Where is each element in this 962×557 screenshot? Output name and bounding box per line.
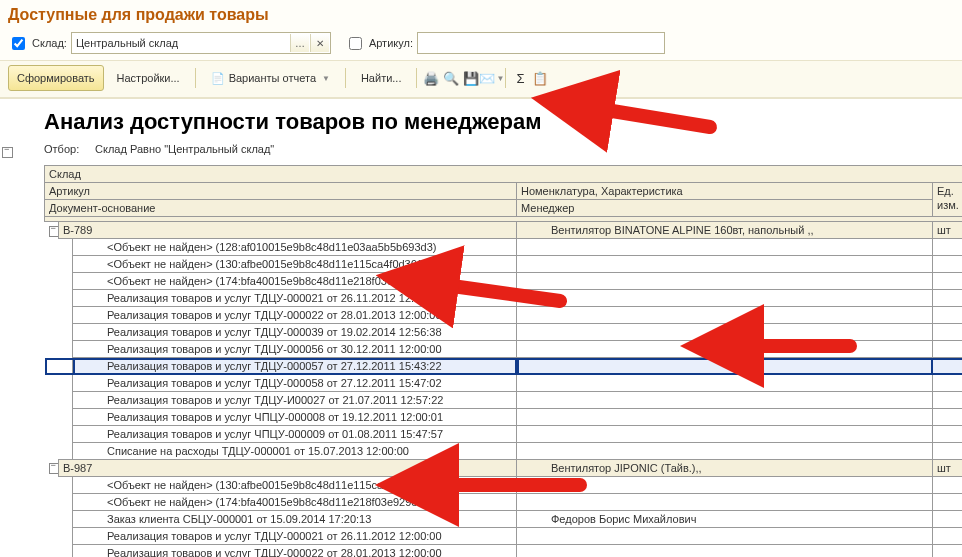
- cell-doc: Реализация товаров и услуг ТДЦУ-000021 о…: [73, 528, 517, 545]
- cell-manager: Федоров Борис Михайлович: [517, 511, 933, 528]
- document-row[interactable]: Реализация товаров и услуг ТДЦУ-000022 о…: [45, 545, 963, 558]
- cell-doc: Реализация товаров и услуг ЧПЦУ-000008 о…: [73, 409, 517, 426]
- cell-manager: [517, 409, 933, 426]
- cell-doc: Реализация товаров и услуг ТДЦУ-000039 о…: [73, 324, 517, 341]
- cell-manager: [517, 273, 933, 290]
- group-ed: шт: [933, 460, 963, 477]
- col-sklad: Склад: [45, 166, 963, 183]
- group-article[interactable]: В-987: [59, 460, 517, 477]
- cell-doc: <Объект не найден> (130:afbe0015e9b8c48d…: [73, 256, 517, 273]
- sklad-checkbox[interactable]: [12, 37, 25, 50]
- outline-collapse-root[interactable]: [2, 147, 13, 158]
- document-row[interactable]: Списание на расходы ТДЦУ-000001 от 15.07…: [45, 443, 963, 460]
- cell-doc: <Объект не найден> (174:bfa40015e9b8c48d…: [73, 494, 517, 511]
- print-icon[interactable]: 🖨️: [423, 70, 439, 86]
- art-checkbox[interactable]: [349, 37, 362, 50]
- page-title: Доступные для продажи товары: [0, 0, 962, 28]
- group-nomen: Вентилятор BINATONE ALPINE 160вт, наполь…: [517, 222, 933, 239]
- cell-doc: <Объект не найден> (130:afbe0015e9b8c48d…: [73, 477, 517, 494]
- find-button[interactable]: Найти...: [352, 65, 411, 91]
- document-row[interactable]: Реализация товаров и услуг ЧПЦУ-000008 о…: [45, 409, 963, 426]
- cell-doc: Реализация товаров и услуг ТДЦУ-000058 о…: [73, 375, 517, 392]
- cell-manager: [517, 307, 933, 324]
- col-doc: Документ-основание: [45, 200, 517, 217]
- cell-manager: [517, 358, 933, 375]
- form-button[interactable]: Сформировать: [8, 65, 104, 91]
- document-row[interactable]: Реализация товаров и услуг ТДЦУ-И00027 о…: [45, 392, 963, 409]
- copy-icon[interactable]: 📋: [532, 70, 548, 86]
- document-row[interactable]: <Объект не найден> (128:af010015e9b8c48d…: [45, 239, 963, 256]
- document-row[interactable]: Реализация товаров и услуг ТДЦУ-000021 о…: [45, 290, 963, 307]
- group-ed: шт: [933, 222, 963, 239]
- report-filter: Отбор: Склад Равно "Центральный склад": [44, 143, 958, 165]
- document-row[interactable]: Реализация товаров и услуг ЧПЦУ-000009 о…: [45, 426, 963, 443]
- art-input[interactable]: [417, 32, 665, 54]
- filter-bar: Склад: Центральный склад … ✕ Артикул:: [0, 28, 962, 60]
- group-nomen: Вентилятор JIPONIC (Тайв.),,: [517, 460, 933, 477]
- art-label: Артикул:: [369, 37, 413, 49]
- document-row[interactable]: Реализация товаров и услуг ТДЦУ-000056 о…: [45, 341, 963, 358]
- chevron-down-icon: ▼: [322, 74, 330, 83]
- cell-doc: Списание на расходы ТДЦУ-000001 от 15.07…: [73, 443, 517, 460]
- document-row[interactable]: Реализация товаров и услуг ТДЦУ-000057 о…: [45, 358, 963, 375]
- group-collapse[interactable]: [49, 463, 59, 474]
- document-row[interactable]: <Объект не найден> (130:afbe0015e9b8c48d…: [45, 256, 963, 273]
- cell-manager: [517, 239, 933, 256]
- cell-doc: <Объект не найден> (128:af010015e9b8c48d…: [73, 239, 517, 256]
- cell-doc: Реализация товаров и услуг ТДЦУ-000022 о…: [73, 545, 517, 558]
- cell-doc: Реализация товаров и услуг ТДЦУ-000056 о…: [73, 341, 517, 358]
- cell-manager: [517, 443, 933, 460]
- document-row[interactable]: Заказ клиента СБЦУ-000001 от 15.09.2014 …: [45, 511, 963, 528]
- cell-manager: [517, 528, 933, 545]
- sklad-label: Склад:: [32, 37, 67, 49]
- cell-manager: [517, 494, 933, 511]
- cell-manager: [517, 426, 933, 443]
- cell-doc: Реализация товаров и услуг ТДЦУ-000057 о…: [73, 358, 517, 375]
- cell-manager: [517, 375, 933, 392]
- cell-doc: Реализация товаров и услуг ТДЦУ-000021 о…: [73, 290, 517, 307]
- cell-doc: Реализация товаров и услуг ТДЦУ-000022 о…: [73, 307, 517, 324]
- col-manager: Менеджер: [517, 200, 933, 217]
- document-row[interactable]: <Объект не найден> (174:bfa40015e9b8c48d…: [45, 494, 963, 511]
- cell-doc: Заказ клиента СБЦУ-000001 от 15.09.2014 …: [73, 511, 517, 528]
- report-area: Анализ доступности товаров по менеджерам…: [0, 98, 962, 557]
- cell-manager: [517, 256, 933, 273]
- save-icon[interactable]: 💾: [463, 70, 479, 86]
- cell-manager: [517, 290, 933, 307]
- variants-button[interactable]: 📄 Варианты отчета ▼: [202, 65, 339, 91]
- toolbar: Сформировать Настройки... 📄 Варианты отч…: [0, 60, 962, 98]
- settings-button[interactable]: Настройки...: [108, 65, 189, 91]
- document-row[interactable]: Реализация товаров и услуг ТДЦУ-000058 о…: [45, 375, 963, 392]
- group-article[interactable]: В-789: [59, 222, 517, 239]
- sum-icon[interactable]: Σ: [512, 70, 528, 86]
- preview-icon[interactable]: 🔍: [443, 70, 459, 86]
- document-row[interactable]: <Объект не найден> (174:bfa40015e9b8c48d…: [45, 273, 963, 290]
- cell-doc: Реализация товаров и услуг ТДЦУ-И00027 о…: [73, 392, 517, 409]
- document-row[interactable]: <Объект не найден> (130:afbe0015e9b8c48d…: [45, 477, 963, 494]
- cell-manager: [517, 477, 933, 494]
- sklad-clear-icon[interactable]: ✕: [310, 34, 329, 52]
- cell-manager: [517, 341, 933, 358]
- cell-manager: [517, 324, 933, 341]
- col-article: Артикул: [45, 183, 517, 200]
- col-nomen: Номенклатура, Характеристика: [517, 183, 933, 200]
- cell-manager: [517, 545, 933, 558]
- cell-manager: [517, 392, 933, 409]
- report-grid[interactable]: Склад Артикул Номенклатура, Характеристи…: [44, 165, 962, 557]
- sklad-value: Центральный склад: [72, 33, 290, 53]
- variants-icon: 📄: [211, 72, 225, 85]
- cell-doc: <Объект не найден> (174:bfa40015e9b8c48d…: [73, 273, 517, 290]
- mail-icon[interactable]: ✉️▼: [483, 70, 499, 86]
- sklad-combo[interactable]: Центральный склад … ✕: [71, 32, 331, 54]
- sklad-ellipsis-icon[interactable]: …: [290, 34, 309, 52]
- cell-doc: Реализация товаров и услуг ЧПЦУ-000009 о…: [73, 426, 517, 443]
- document-row[interactable]: Реализация товаров и услуг ТДЦУ-000039 о…: [45, 324, 963, 341]
- col-ed: Ед. изм.: [933, 183, 963, 217]
- report-title: Анализ доступности товаров по менеджерам: [44, 99, 958, 143]
- group-collapse[interactable]: [49, 226, 59, 237]
- document-row[interactable]: Реализация товаров и услуг ТДЦУ-000022 о…: [45, 307, 963, 324]
- document-row[interactable]: Реализация товаров и услуг ТДЦУ-000021 о…: [45, 528, 963, 545]
